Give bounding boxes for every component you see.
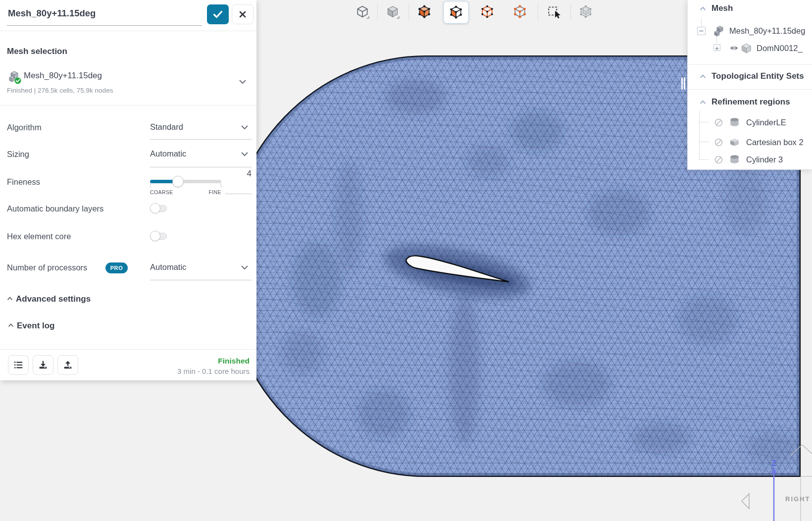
tree-divider [688, 64, 812, 65]
close-icon [239, 11, 246, 18]
sizing-select[interactable]: Automatic [150, 149, 186, 158]
slider-min-tick [150, 183, 151, 188]
auto-boundary-layers-toggle[interactable] [150, 203, 168, 214]
slider-max-tick [221, 183, 221, 188]
algorithm-select[interactable]: Standard [150, 122, 183, 132]
solid-cube-icon [385, 4, 400, 19]
event-log-toggle[interactable]: Event log [17, 321, 55, 331]
caret-up-icon[interactable] [8, 323, 14, 327]
check-icon [213, 10, 223, 18]
view-surface-mesh-button[interactable] [412, 1, 437, 23]
cylinder-icon [729, 154, 740, 165]
selected-mesh-name[interactable]: Mesh_80y+11.15deg [24, 71, 102, 81]
select-underline [150, 139, 252, 140]
list-icon [13, 360, 23, 370]
mesh-selection-heading: Mesh selection [7, 47, 67, 56]
mesh-nodes-cube-icon [512, 4, 527, 19]
mesh-clip-cube-icon [578, 4, 593, 19]
upload-button[interactable] [57, 355, 78, 375]
refinement-item-cartesian-box-2[interactable]: Cartesian box 2 [746, 138, 804, 147]
visibility-off-icon[interactable] [714, 138, 723, 147]
view-wireframe-button[interactable] [350, 1, 375, 23]
visibility-on-icon[interactable] [729, 44, 739, 52]
chevron-down-icon[interactable] [239, 79, 247, 84]
num-processors-select[interactable]: Automatic [150, 262, 186, 272]
mesh-result-icon [8, 70, 22, 85]
cylinder-icon [729, 117, 740, 128]
view-mesh-nodes-button[interactable] [508, 1, 532, 23]
collapse-node-button[interactable] [697, 27, 706, 35]
surface-mesh-cube-icon [417, 4, 432, 19]
mesh-edges-cube-icon [480, 4, 495, 19]
tree-item-domain[interactable]: DomN0012_ [757, 44, 812, 53]
download-icon [38, 360, 48, 370]
num-processors-label: Number of processors [7, 263, 87, 272]
view-mesh-edges-button[interactable] [475, 1, 500, 23]
tree-section-refinement-regions[interactable]: Refinement regions [711, 97, 790, 107]
mesh-log-button[interactable] [8, 355, 29, 375]
view-solid-button[interactable] [380, 1, 405, 23]
mesh-settings-panel: Mesh_80y+11.15deg Mesh selection [0, 0, 256, 380]
caret-up-icon[interactable] [7, 297, 13, 301]
caret-up-icon[interactable] [700, 6, 706, 11]
tree-section-topological-entity-sets[interactable]: Topological Entity Sets [711, 71, 804, 81]
algorithm-label: Algorithm [7, 123, 42, 132]
mesh-status-badge: Finished [218, 357, 250, 365]
chevron-down-icon[interactable] [241, 265, 249, 270]
confirm-button[interactable] [207, 4, 229, 24]
orientation-face-label: RIGHT [785, 495, 810, 503]
footer-divider [0, 349, 256, 350]
tree-section-mesh[interactable]: Mesh [711, 3, 733, 13]
tree-divider [688, 89, 812, 90]
chevron-down-icon[interactable] [241, 152, 249, 156]
refinement-item-cylinder-3[interactable]: Cylinder 3 [746, 155, 783, 164]
slider-handle[interactable] [172, 176, 184, 187]
view-volume-mesh-button[interactable] [443, 1, 469, 24]
caret-up-icon[interactable] [700, 100, 706, 104]
cancel-button[interactable] [232, 4, 254, 24]
advanced-settings-toggle[interactable]: Advanced settings [16, 294, 91, 304]
fineness-slider[interactable] [150, 178, 221, 185]
selected-mesh-status: Finished | 276.5k cells, 75.9k nodes [7, 87, 113, 94]
toolbar-separator [408, 3, 409, 20]
sizing-label: Sizing [7, 150, 29, 159]
mesh-name-input[interactable]: Mesh_80y+11.15deg [8, 8, 96, 19]
wireframe-cube-icon [355, 4, 370, 19]
mesh-status-detail: 3 min - 0.1 core hours [177, 367, 250, 375]
caret-up-icon[interactable] [700, 74, 706, 79]
toolbar-separator [377, 3, 378, 20]
box-select-icon [547, 4, 561, 19]
toolbar-separator [538, 3, 538, 20]
expand-node-button[interactable] [713, 44, 720, 51]
mesh-clip-button[interactable] [573, 1, 598, 23]
box-select-button[interactable] [542, 1, 566, 23]
slider-min-label: COARSE [150, 189, 173, 195]
select-underline [150, 280, 252, 280]
chevron-down-icon[interactable] [241, 125, 249, 130]
solid-body-icon [741, 43, 752, 54]
title-input-underline [7, 25, 202, 26]
z-axis-label: Z [771, 459, 776, 468]
hex-element-core-label: Hex element core [7, 232, 71, 241]
fineness-value-underline [225, 194, 252, 194]
slider-fill [150, 180, 174, 183]
select-underline [150, 167, 252, 167]
auto-boundary-layers-label: Automatic boundary layers [7, 204, 103, 213]
hex-element-core-toggle[interactable] [150, 231, 168, 242]
pro-badge: PRO [105, 262, 128, 273]
app-window: Z RIGHT [0, 0, 812, 521]
finished-check-badge [15, 78, 21, 84]
visibility-off-icon[interactable] [714, 118, 723, 127]
panel-resize-handle[interactable] [681, 77, 686, 90]
toolbar-separator [570, 3, 571, 20]
viewport-toolbar [258, 0, 687, 24]
download-button[interactable] [33, 355, 53, 375]
section-divider [0, 105, 256, 105]
scene-tree-panel: Mesh Mesh_80y+11.15deg [687, 0, 812, 170]
visibility-off-icon[interactable] [714, 155, 723, 164]
fineness-label: Fineness [7, 177, 40, 187]
panel-title-bar: Mesh_80y+11.15deg [0, 0, 256, 31]
tree-item-mesh-root[interactable]: Mesh_80y+11.15deg [729, 26, 812, 36]
fineness-value-input[interactable]: 4 [218, 169, 252, 179]
refinement-item-cylinderle[interactable]: CylinderLE [746, 118, 786, 127]
